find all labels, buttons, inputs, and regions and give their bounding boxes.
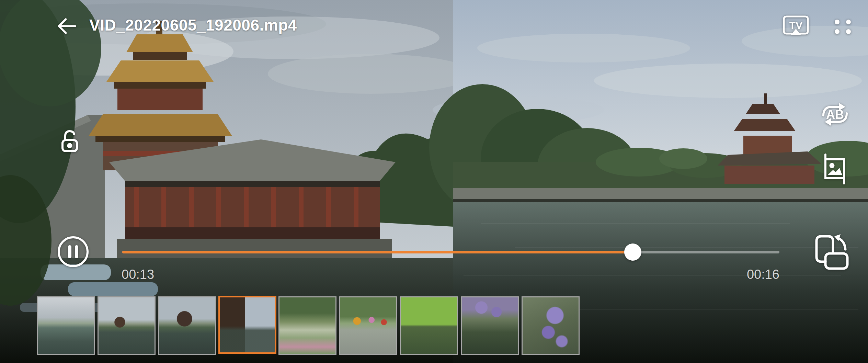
four-dot-menu-icon: [832, 18, 853, 35]
filmstrip-thumbnail-3[interactable]: [158, 296, 216, 355]
rotate-screen-button[interactable]: [813, 234, 849, 271]
progress-fill: [122, 251, 633, 253]
filmstrip-thumbnail-4[interactable]: [218, 296, 276, 354]
tv-cast-icon: TV: [781, 14, 810, 38]
filmstrip-thumbnail-7[interactable]: [400, 296, 458, 355]
svg-text:TV: TV: [789, 20, 802, 31]
pause-icon: [57, 235, 90, 268]
unlock-icon: [58, 128, 82, 155]
ab-repeat-button[interactable]: AB: [819, 102, 851, 127]
back-button[interactable]: [56, 16, 77, 36]
picture-frame-icon: [821, 153, 849, 185]
filmstrip-thumbnail-2[interactable]: [98, 296, 156, 355]
video-player-screen: VID_20220605_192006.mp4 TV AB: [0, 0, 868, 363]
filmstrip-thumbnail-5[interactable]: [278, 296, 336, 355]
pause-button[interactable]: [57, 235, 90, 268]
seek-bar[interactable]: [122, 251, 779, 253]
filmstrip-thumbnail-8[interactable]: [461, 296, 519, 355]
rotate-screen-icon: [813, 234, 849, 271]
filmstrip-thumbnail-6[interactable]: [339, 296, 397, 355]
more-options-button[interactable]: [832, 18, 853, 35]
filmstrip-thumbnail-9[interactable]: [522, 296, 580, 355]
lock-button[interactable]: [58, 128, 82, 155]
arrow-left-icon: [56, 16, 77, 36]
tv-cast-button[interactable]: TV: [781, 14, 810, 38]
ab-loop-icon: AB: [819, 102, 851, 127]
playhead-knob[interactable]: [624, 243, 641, 261]
video-title: VID_20220605_192006.mp4: [89, 15, 297, 35]
remaining-time: 00:16: [747, 267, 779, 282]
screenshot-button[interactable]: [821, 153, 849, 185]
filmstrip-thumbnail-1[interactable]: [37, 296, 95, 355]
filmstrip: [37, 296, 580, 355]
svg-text:AB: AB: [826, 107, 844, 122]
elapsed-time: 00:13: [122, 267, 154, 282]
